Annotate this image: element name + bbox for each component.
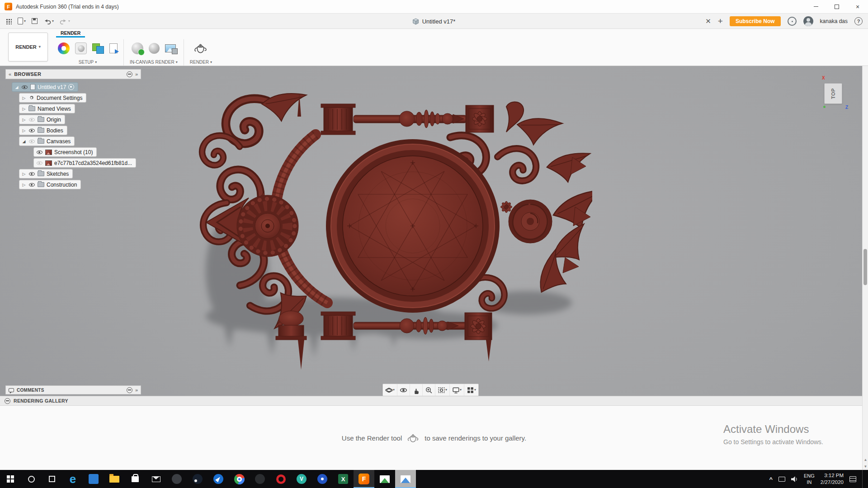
orbit-tool[interactable]: ▾ xyxy=(383,384,397,396)
undo-button[interactable]: ▾ xyxy=(43,18,54,24)
language-indicator[interactable]: ENG IN xyxy=(804,473,815,486)
browser-item-sketches[interactable]: ▷ Sketches xyxy=(19,169,73,178)
taskbar-app-excel[interactable]: X xyxy=(333,470,354,488)
expand-arrow-icon[interactable]: ◢ xyxy=(22,139,26,144)
texture-map-icon[interactable] xyxy=(92,42,104,54)
browser-header[interactable]: « BROWSER » xyxy=(5,69,141,79)
collapse-gallery-icon[interactable] xyxy=(5,398,10,404)
expand-arrow-icon[interactable]: ▷ xyxy=(22,107,26,111)
task-view-button[interactable] xyxy=(42,470,62,488)
in-canvas-group-label[interactable]: IN-CANVAS RENDER▾ xyxy=(130,60,178,65)
in-canvas-render-icon[interactable] xyxy=(132,42,143,54)
visibility-eye-icon[interactable] xyxy=(28,117,35,122)
user-avatar[interactable] xyxy=(803,16,813,26)
start-button[interactable] xyxy=(0,470,21,488)
taskbar-app-vivaldi[interactable]: V xyxy=(291,470,312,488)
tray-expand-icon[interactable]: ^ xyxy=(769,476,773,483)
clock[interactable]: 3:12 PM 2/27/2020 xyxy=(821,472,844,486)
browser-item-origin[interactable]: ▷ Origin xyxy=(19,115,65,124)
vertical-scrollbar[interactable]: ▲ ▼ xyxy=(862,66,868,470)
browser-item-canvas-hash[interactable]: e7c77b17cd2a3524ed61fb81d... xyxy=(33,158,136,168)
visibility-eye-icon[interactable] xyxy=(28,138,35,144)
panel-resize-icon[interactable]: » xyxy=(135,71,138,77)
browser-item-bodies[interactable]: ▷ Bodies xyxy=(19,126,67,135)
comments-panel[interactable]: COMMENTS » xyxy=(5,385,141,394)
taskbar-app-steam[interactable] xyxy=(187,470,208,488)
taskbar-app-dark2[interactable] xyxy=(250,470,270,488)
taskbar-app-bluedot[interactable] xyxy=(312,470,333,488)
minimize-panel-icon[interactable] xyxy=(127,71,132,77)
view-cube[interactable]: X TOP Z xyxy=(824,83,842,104)
scrollbar-thumb[interactable] xyxy=(863,249,867,285)
expand-arrow-icon[interactable]: ◢ xyxy=(14,85,19,89)
help-icon[interactable]: ? xyxy=(854,17,863,25)
render-teapot-icon[interactable] xyxy=(193,42,208,54)
browser-item-construction[interactable]: ▷ Construction xyxy=(19,180,81,189)
document-tab[interactable]: Untitled v17* xyxy=(413,14,456,29)
grid-layout[interactable]: ▾ xyxy=(464,384,478,396)
visibility-eye-icon[interactable] xyxy=(21,84,28,90)
save-button[interactable] xyxy=(32,18,38,24)
workspace-selector[interactable]: RENDER▾ xyxy=(8,33,48,61)
maximize-button[interactable] xyxy=(826,0,847,13)
close-button[interactable]: × xyxy=(847,0,868,13)
fit-tool[interactable]: ▾ xyxy=(435,384,450,396)
visibility-eye-icon[interactable] xyxy=(36,149,43,155)
redo-button[interactable]: ▾ xyxy=(60,18,70,24)
scroll-down-arrow[interactable]: ▼ xyxy=(863,463,868,470)
capture-image-icon[interactable] xyxy=(165,44,176,52)
rendering-gallery-header[interactable]: RENDERING GALLERY xyxy=(0,396,868,406)
app-grid-menu-icon[interactable] xyxy=(5,18,12,24)
close-tab-icon[interactable]: ✕ xyxy=(705,17,711,25)
in-canvas-render-settings-icon[interactable] xyxy=(149,43,160,54)
taskbar-app-dark1[interactable] xyxy=(166,470,187,488)
expand-arrow-icon[interactable]: ▷ xyxy=(22,117,26,122)
browser-item-named-views[interactable]: ▷ Named Views xyxy=(19,104,75,113)
browser-item-screenshot[interactable]: Screenshot (10) xyxy=(33,147,97,157)
action-center-icon[interactable] xyxy=(849,476,856,482)
file-menu-button[interactable]: ▾ xyxy=(18,18,26,24)
taskbar-app-blue[interactable] xyxy=(83,470,104,488)
setup-group-label[interactable]: SETUP▾ xyxy=(79,60,97,65)
job-status-icon[interactable] xyxy=(788,17,797,26)
show-desktop-button[interactable] xyxy=(862,470,864,488)
taskbar-app-compass[interactable] xyxy=(208,470,229,488)
panel-resize-icon[interactable]: » xyxy=(135,387,138,393)
expand-arrow-icon[interactable]: ▷ xyxy=(22,172,26,176)
visibility-eye-icon[interactable] xyxy=(28,127,35,133)
visibility-eye-icon[interactable] xyxy=(28,182,35,188)
taskbar-app-greenimg[interactable] xyxy=(374,470,395,488)
expand-arrow-icon[interactable]: ▷ xyxy=(22,128,26,133)
taskbar-app-photos[interactable] xyxy=(395,470,416,488)
new-tab-icon[interactable]: + xyxy=(718,16,723,26)
display-settings[interactable]: ▾ xyxy=(450,384,464,396)
scroll-up-arrow[interactable]: ▲ xyxy=(863,456,868,463)
taskbar-app-fusion360[interactable]: F xyxy=(354,470,374,488)
subscribe-now-button[interactable]: Subscribe Now xyxy=(730,16,781,26)
tab-render[interactable]: RENDER xyxy=(56,29,85,38)
appearance-icon[interactable] xyxy=(58,42,70,54)
taskbar-app-chrome[interactable] xyxy=(229,470,250,488)
visibility-eye-icon[interactable] xyxy=(28,171,35,177)
model-3d-viewport[interactable] xyxy=(194,90,592,389)
expand-arrow-icon[interactable]: ▷ xyxy=(22,96,26,100)
search-button[interactable] xyxy=(21,470,42,488)
zoom-tool[interactable] xyxy=(423,384,435,396)
render-group-label[interactable]: RENDER▾ xyxy=(190,60,212,65)
look-at-tool[interactable] xyxy=(397,384,410,396)
volume-icon[interactable] xyxy=(791,476,798,482)
taskbar-app-file-explorer[interactable] xyxy=(104,470,125,488)
pan-tool[interactable] xyxy=(410,384,423,396)
visibility-eye-icon[interactable] xyxy=(36,160,43,166)
expand-arrow-icon[interactable]: ▷ xyxy=(22,183,26,187)
decal-icon[interactable] xyxy=(109,43,118,53)
taskbar-app-opera[interactable] xyxy=(270,470,291,488)
taskbar-app-edge[interactable]: e xyxy=(62,470,83,488)
taskbar-app-mail[interactable] xyxy=(146,470,166,488)
browser-item-document-settings[interactable]: ▷ Document Settings xyxy=(19,93,86,103)
collapse-panel-icon[interactable]: « xyxy=(9,71,11,77)
minimize-panel-icon[interactable] xyxy=(127,387,132,393)
browser-item-root[interactable]: ◢ Untitled v17 xyxy=(12,82,78,92)
taskbar-app-store[interactable] xyxy=(125,470,146,488)
scene-settings-icon[interactable] xyxy=(75,42,87,54)
